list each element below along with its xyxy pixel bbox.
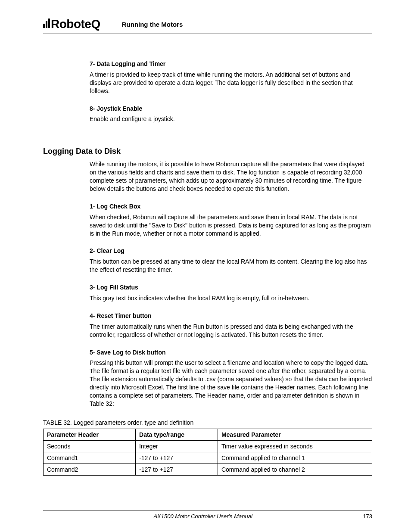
subheading-log-fill: 3- Log Fill Status <box>90 283 372 292</box>
footer-page-number: 173 <box>363 513 372 520</box>
subheading-8: 8- Joystick Enable <box>90 105 372 113</box>
cell: Command1 <box>44 452 136 464</box>
cell: Command2 <box>44 464 136 475</box>
footer-manual-title: AX1500 Motor Controller User's Manual <box>153 513 252 520</box>
page-footer: AX1500 Motor Controller User's Manual 17… <box>43 510 372 520</box>
table-header-row: Parameter Header Data type/range Measure… <box>44 429 372 440</box>
th-data-type: Data type/range <box>136 429 218 440</box>
logging-content: While running the motors, it is possible… <box>90 160 372 408</box>
th-parameter-header: Parameter Header <box>44 429 136 440</box>
subheading-reset-timer: 4- Reset Timer button <box>90 312 372 320</box>
paragraph: Pressing this button will prompt the use… <box>90 359 372 408</box>
th-measured-parameter: Measured Parameter <box>218 429 372 440</box>
page: RoboteQ Running the Motors 7- Data Loggi… <box>0 0 411 532</box>
paragraph: A timer is provided to keep track of tim… <box>90 71 372 95</box>
cell: Command applied to channel 1 <box>218 452 372 464</box>
subheading-7: 7- Data Logging and Timer <box>90 60 372 68</box>
running-header-title: Running the Motors <box>122 21 183 28</box>
page-header: RoboteQ Running the Motors <box>43 17 372 34</box>
cell: -127 to +127 <box>136 464 218 475</box>
section-heading-logging: Logging Data to Disk <box>43 147 372 156</box>
subheading-save-log: 5- Save Log to Disk button <box>90 348 372 357</box>
table-caption-text: Logged parameters order, type and defini… <box>74 419 194 426</box>
cell: Timer value expressed in seconds <box>218 440 372 452</box>
paragraph: While running the motors, it is possible… <box>90 160 372 193</box>
brand-logo: RoboteQ <box>43 17 100 31</box>
paragraph: The timer automatically runs when the Ru… <box>90 323 372 339</box>
paragraph: This gray text box indicates whether the… <box>90 294 372 302</box>
table-row: Command2 -127 to +127 Command applied to… <box>44 464 372 475</box>
paragraph: Enable and configure a joystick. <box>90 115 372 123</box>
subheading-log-checkbox: 1- Log Check Box <box>90 202 372 211</box>
paragraph: This button can be pressed at any time t… <box>90 258 372 274</box>
main-content: 7- Data Logging and Timer A timer is pro… <box>90 60 372 123</box>
table-caption: TABLE 32. Logged parameters order, type … <box>43 419 372 426</box>
table-caption-prefix: TABLE 32. <box>43 419 74 426</box>
logo-bars-icon <box>43 19 50 28</box>
table-row: Seconds Integer Timer value expressed in… <box>44 440 372 452</box>
table-row: Command1 -127 to +127 Command applied to… <box>44 452 372 464</box>
logo-text: RoboteQ <box>51 17 100 31</box>
cell: -127 to +127 <box>136 452 218 464</box>
subheading-clear-log: 2- Clear Log <box>90 247 372 255</box>
paragraph: When checked, Roborun will capture all t… <box>90 213 372 238</box>
cell: Integer <box>136 440 218 452</box>
parameters-table: Parameter Header Data type/range Measure… <box>43 429 372 476</box>
cell: Seconds <box>44 440 136 452</box>
cell: Command applied to channel 2 <box>218 464 372 475</box>
